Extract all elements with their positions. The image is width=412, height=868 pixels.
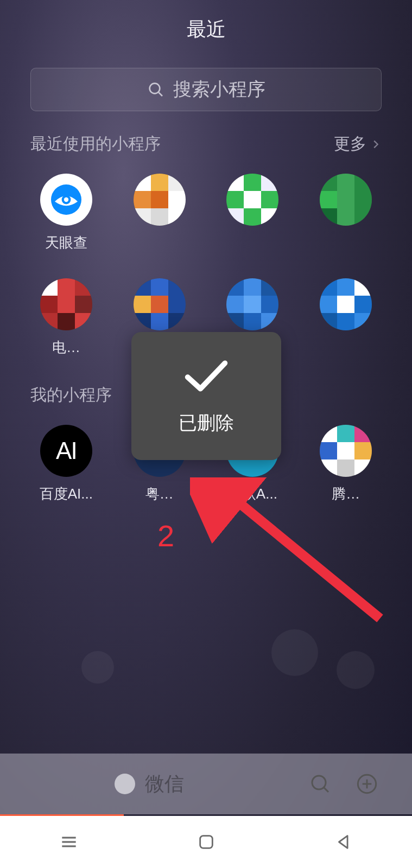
triangle-back-icon [334,833,353,851]
app-icon [134,278,186,330]
app-icon [226,278,278,330]
app-label: 微软A... [228,484,277,503]
mine-heading: 我的小程序 [30,384,112,406]
nav-home-button[interactable] [195,831,218,853]
app-item[interactable] [113,168,206,258]
search-placeholder: 搜索小程序 [173,77,265,102]
app-icon [40,278,92,330]
page-title: 最近 [0,0,412,43]
svg-line-5 [228,494,380,618]
app-label: 腾… [332,484,360,503]
search-icon [147,81,164,98]
app-icon [320,278,372,330]
chevron-right-icon [370,138,382,150]
more-link[interactable]: 更多 [334,133,382,155]
system-nav-bar [0,816,412,868]
app-item[interactable]: 腾… [299,419,392,509]
svg-point-0 [149,84,160,94]
svg-line-1 [159,92,162,96]
wechat-avatar [115,774,135,794]
check-icon [183,356,230,395]
svg-rect-14 [200,836,212,848]
decorative-dots [0,618,412,716]
wechat-title: 微信 [145,771,184,797]
nav-recent-button[interactable] [58,831,80,853]
annotation-number: 2 [157,518,174,553]
square-icon [197,833,215,851]
app-item[interactable] [299,168,392,258]
app-label: 天眼查 [45,233,87,252]
app-item[interactable] [206,168,300,258]
app-baidu-ai[interactable]: AI 百度AI... [20,419,113,509]
app-label: 百度AI... [40,484,93,503]
app-item[interactable]: 电… [20,273,113,362]
tianyancha-icon [40,174,92,226]
recent-heading: 最近使用的小程序 [30,133,161,155]
app-item[interactable] [299,273,392,362]
peek-search-button[interactable] [308,771,333,796]
svg-point-6 [312,776,326,789]
app-label: 电… [52,338,80,357]
recent-grid: 天眼查 电… 12315 腾… [0,155,412,362]
nav-back-button[interactable] [332,831,355,853]
more-label: 更多 [334,133,366,155]
search-bar[interactable]: 搜索小程序 [30,68,382,111]
menu-icon [59,832,79,852]
delete-toast: 已删除 [131,332,281,460]
plus-icon [356,773,378,795]
peek-add-button[interactable] [354,771,379,796]
app-icon [320,425,372,477]
app-icon [134,174,186,226]
ai-icon: AI [40,425,92,477]
svg-line-7 [324,788,328,792]
wechat-peek-bar[interactable]: 微信 [0,754,412,814]
app-icon [320,174,372,226]
search-icon [309,773,331,795]
svg-point-4 [64,197,68,202]
app-label: 粤… [145,484,174,503]
app-tianyancha[interactable]: 天眼查 [20,168,113,258]
toast-message: 已删除 [179,411,234,436]
app-icon [226,174,278,226]
